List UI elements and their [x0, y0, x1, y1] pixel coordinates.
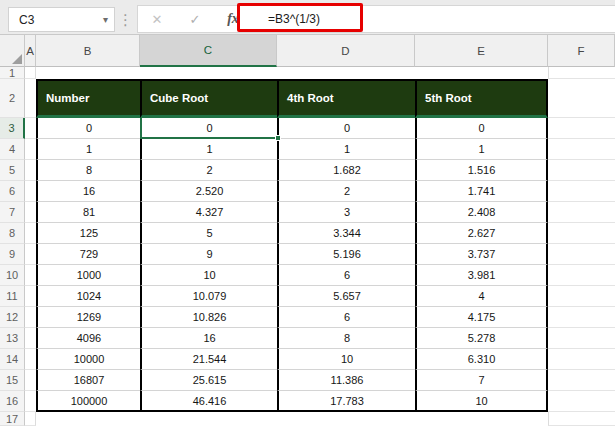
table-header-4th-root[interactable]: 4th Root [277, 79, 415, 118]
row-header-5[interactable]: 5 [0, 160, 25, 181]
cell-E14[interactable]: 6.310 [415, 349, 548, 370]
cell-F4[interactable] [548, 139, 615, 160]
cell-A5[interactable] [25, 160, 36, 181]
cell-D16[interactable]: 17.783 [277, 391, 415, 412]
formula-bar-grip-icon[interactable]: ⋮ [118, 7, 133, 32]
cell-D7[interactable]: 3 [277, 202, 415, 223]
row-header-11[interactable]: 11 [0, 286, 25, 307]
cell-D4[interactable]: 1 [277, 139, 415, 160]
fill-handle[interactable] [275, 135, 281, 141]
enter-icon[interactable]: ✓ [176, 12, 214, 27]
cell-E12[interactable]: 4.175 [415, 307, 548, 328]
cell-C10[interactable]: 10 [140, 265, 277, 286]
cell-B13[interactable]: 4096 [36, 328, 140, 349]
cell-D12[interactable]: 6 [277, 307, 415, 328]
row-header-3[interactable]: 3 [0, 118, 25, 139]
cell-C15[interactable]: 25.615 [140, 370, 277, 391]
cell-E16[interactable]: 10 [415, 391, 548, 412]
row-header-2[interactable]: 2 [0, 79, 25, 118]
cell-C14[interactable]: 21.544 [140, 349, 277, 370]
row-header-16[interactable]: 16 [0, 391, 25, 412]
cell-D15[interactable]: 11.386 [277, 370, 415, 391]
cell-D11[interactable]: 5.657 [277, 286, 415, 307]
cell-A4[interactable] [25, 139, 36, 160]
cell-D13[interactable]: 8 [277, 328, 415, 349]
table-header-cube-root[interactable]: Cube Root [140, 79, 277, 118]
insert-function-icon[interactable]: fx [214, 11, 252, 27]
cell-A9[interactable] [25, 244, 36, 265]
row-header-13[interactable]: 13 [0, 328, 25, 349]
cell-C7[interactable]: 4.327 [140, 202, 277, 223]
row-header-9[interactable]: 9 [0, 244, 25, 265]
formula-bar[interactable]: ✕ ✓ fx =B3^(1/3) [137, 5, 615, 33]
cell-B16[interactable]: 100000 [36, 391, 140, 412]
cell-B12[interactable]: 1269 [36, 307, 140, 328]
cell-D3[interactable]: 0 [277, 118, 415, 139]
cell-D5[interactable]: 1.682 [277, 160, 415, 181]
cell-E6[interactable]: 1.741 [415, 181, 548, 202]
row-header-7[interactable]: 7 [0, 202, 25, 223]
cell-F9[interactable] [548, 244, 615, 265]
cell-B14[interactable]: 10000 [36, 349, 140, 370]
column-header-F[interactable]: F [548, 35, 615, 67]
cell-E8[interactable]: 2.627 [415, 223, 548, 244]
cell-F14[interactable] [548, 349, 615, 370]
cell-E7[interactable]: 2.408 [415, 202, 548, 223]
cell-D6[interactable]: 2 [277, 181, 415, 202]
cell-C1[interactable] [140, 67, 277, 79]
table-header-5th-root[interactable]: 5th Root [415, 79, 548, 118]
cell-C16[interactable]: 46.416 [140, 391, 277, 412]
name-box-dropdown-icon[interactable]: ▾ [103, 14, 108, 25]
cell-F16[interactable] [548, 391, 615, 412]
row-header-12[interactable]: 12 [0, 307, 25, 328]
cell-A8[interactable] [25, 223, 36, 244]
row-header-1[interactable]: 1 [0, 67, 25, 79]
cell-F5[interactable] [548, 160, 615, 181]
cell-D10[interactable]: 6 [277, 265, 415, 286]
cell-A1[interactable] [25, 67, 36, 79]
cell-E17[interactable] [415, 412, 548, 426]
cell-A6[interactable] [25, 181, 36, 202]
cell-B15[interactable]: 16807 [36, 370, 140, 391]
row-header-8[interactable]: 8 [0, 223, 25, 244]
cell-D9[interactable]: 5.196 [277, 244, 415, 265]
cell-C3[interactable]: 0 [140, 118, 277, 139]
row-header-6[interactable]: 6 [0, 181, 25, 202]
cell-E4[interactable]: 1 [415, 139, 548, 160]
cell-D8[interactable]: 3.344 [277, 223, 415, 244]
cell-F10[interactable] [548, 265, 615, 286]
cell-C11[interactable]: 10.079 [140, 286, 277, 307]
cell-C8[interactable]: 5 [140, 223, 277, 244]
cell-A10[interactable] [25, 265, 36, 286]
cell-E5[interactable]: 1.516 [415, 160, 548, 181]
cell-E15[interactable]: 7 [415, 370, 548, 391]
cell-B10[interactable]: 1000 [36, 265, 140, 286]
cell-E1[interactable] [415, 67, 548, 79]
cell-F2[interactable] [548, 79, 615, 118]
table-header-number[interactable]: Number [36, 79, 140, 118]
cell-C12[interactable]: 10.826 [140, 307, 277, 328]
cell-E3[interactable]: 0 [415, 118, 548, 139]
cell-A17[interactable] [25, 412, 36, 426]
formula-bar-value[interactable]: =B3^(1/3) [268, 12, 320, 26]
cell-E9[interactable]: 3.737 [415, 244, 548, 265]
cell-F8[interactable] [548, 223, 615, 244]
column-header-A[interactable]: A [25, 35, 36, 67]
cell-B8[interactable]: 125 [36, 223, 140, 244]
column-header-E[interactable]: E [415, 35, 548, 67]
cell-A15[interactable] [25, 370, 36, 391]
cell-C5[interactable]: 2 [140, 160, 277, 181]
cell-F17[interactable] [548, 412, 615, 426]
cancel-icon[interactable]: ✕ [138, 12, 176, 27]
cell-F7[interactable] [548, 202, 615, 223]
cell-B4[interactable]: 1 [36, 139, 140, 160]
cell-D1[interactable] [277, 67, 415, 79]
name-box[interactable]: C3 ▾ [8, 7, 115, 32]
row-header-10[interactable]: 10 [0, 265, 25, 286]
cell-F6[interactable] [548, 181, 615, 202]
row-header-15[interactable]: 15 [0, 370, 25, 391]
cell-E11[interactable]: 4 [415, 286, 548, 307]
cell-C4[interactable]: 1 [140, 139, 277, 160]
cell-A11[interactable] [25, 286, 36, 307]
cell-A2[interactable] [25, 79, 36, 118]
